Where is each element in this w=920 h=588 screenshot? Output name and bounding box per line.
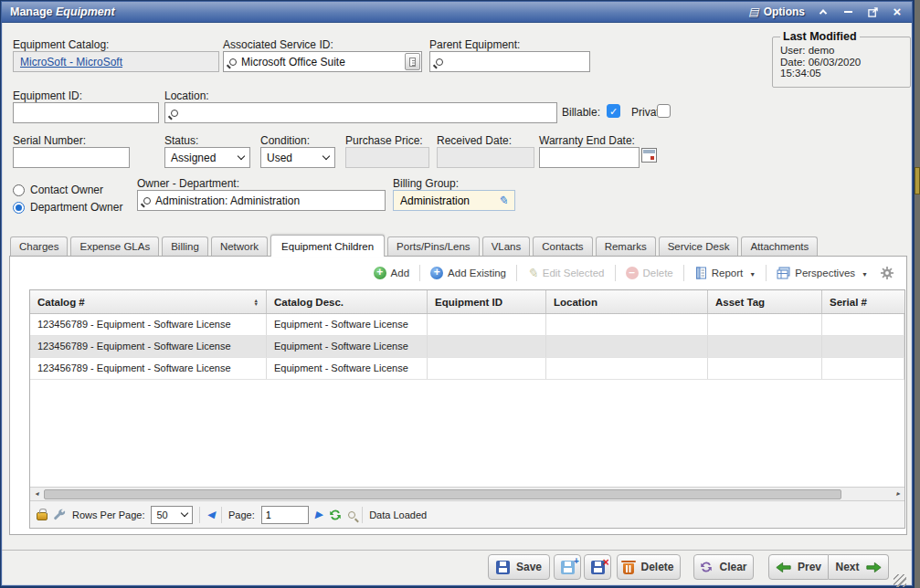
tab-vlans[interactable]: VLans: [482, 236, 531, 256]
refresh-icon[interactable]: [329, 509, 342, 521]
equipment-catalog-label: Equipment Catalog:: [13, 38, 109, 51]
service-details-button[interactable]: [405, 53, 420, 70]
clear-button[interactable]: Clear: [693, 554, 754, 580]
condition-label: Condition:: [260, 134, 310, 147]
tab-service-desk[interactable]: Service Desk: [659, 236, 739, 256]
search-icon: [436, 58, 443, 66]
column-header-catalog-desc[interactable]: Catalog Desc.: [267, 290, 428, 313]
edit-pencil-icon[interactable]: [498, 194, 508, 207]
chevron-up-icon: [820, 9, 827, 16]
scrollbar-thumb[interactable]: [44, 489, 841, 499]
owner-department-field[interactable]: Administration: Administration: [137, 190, 386, 211]
department-owner-radio[interactable]: Department Owner: [13, 201, 122, 214]
warranty-end-date-label: Warranty End Date:: [539, 134, 635, 147]
location-field[interactable]: [164, 102, 557, 123]
sort-icon[interactable]: [254, 299, 259, 307]
status-label: Status:: [164, 134, 198, 147]
condition-dropdown[interactable]: Used: [260, 147, 335, 168]
cell-catalog-desc: Equipment - Software License: [267, 336, 428, 357]
tab-contacts[interactable]: Contacts: [533, 236, 592, 256]
tab-billing[interactable]: Billing: [162, 236, 208, 256]
chevron-down-icon: [860, 268, 868, 278]
column-header-asset-tag[interactable]: Asset Tag: [708, 290, 822, 313]
arrow-right-icon: [866, 562, 882, 573]
delete-button[interactable]: Delete: [617, 554, 681, 580]
tab-charges[interactable]: Charges: [10, 236, 68, 256]
collapse-button[interactable]: [817, 5, 830, 18]
tab-network[interactable]: Network: [211, 236, 268, 256]
page-number-input[interactable]: [261, 506, 309, 524]
associated-service-id-field[interactable]: Microsoft Office Suite: [223, 51, 422, 72]
report-button[interactable]: Report: [689, 264, 761, 282]
perspectives-button[interactable]: Perspectives: [771, 264, 873, 282]
save-icon: [496, 561, 510, 574]
purchase-price-input: [345, 147, 429, 168]
calendar-icon[interactable]: [641, 148, 657, 163]
serial-number-label: Serial Number:: [13, 134, 86, 147]
billable-checkbox[interactable]: [607, 104, 620, 118]
add-label: Add: [391, 268, 409, 278]
search-icon: [229, 58, 237, 66]
location-label: Location:: [164, 89, 209, 102]
save-button[interactable]: Save: [488, 554, 550, 580]
tab-attachments[interactable]: Attachments: [741, 236, 818, 256]
chevron-down-icon: [747, 268, 756, 278]
table-row[interactable]: 123456789 - Equipment - Software License…: [30, 336, 904, 358]
add-button[interactable]: Add: [368, 264, 415, 282]
last-modified-title: Last Modified: [780, 30, 860, 43]
resize-grip[interactable]: [894, 574, 906, 587]
contact-owner-radio[interactable]: Contact Owner: [13, 184, 103, 196]
options-button[interactable]: Options: [748, 5, 805, 18]
billing-group-label: Billing Group:: [393, 177, 459, 190]
close-button[interactable]: [891, 5, 904, 18]
prev-button[interactable]: Prev: [768, 554, 829, 580]
grid-pagination-bar: Rows Per Page: 50 Page:: [30, 500, 904, 528]
last-modified-panel: Last Modified User: demo Date: 06/03/202…: [772, 30, 911, 88]
next-page-icon[interactable]: [315, 509, 323, 520]
tab-ports-pins-lens[interactable]: Ports/Pins/Lens: [387, 236, 480, 256]
billable-label: Billable:: [562, 106, 600, 119]
add-existing-button[interactable]: Add Existing: [425, 264, 512, 282]
column-header-catalog[interactable]: Catalog #: [30, 290, 267, 313]
prev-page-icon[interactable]: [206, 509, 214, 520]
column-header-equipment-id[interactable]: Equipment ID: [428, 290, 546, 313]
private-checkbox[interactable]: [657, 104, 671, 118]
warranty-end-date-input[interactable]: [539, 147, 640, 168]
contact-owner-label: Contact Owner: [30, 184, 103, 196]
tab-remarks[interactable]: Remarks: [596, 236, 656, 256]
equipment-id-input[interactable]: [13, 102, 159, 123]
save-and-new-button[interactable]: [554, 554, 581, 580]
add-existing-icon: [430, 267, 443, 279]
popout-button[interactable]: [866, 5, 879, 18]
equipment-catalog-field: MicroSoft - MicroSoft: [13, 51, 219, 72]
prev-next-group: Prev Next: [768, 554, 889, 580]
status-dropdown[interactable]: Assigned: [164, 147, 250, 168]
screen: Manage Equipment Options Equipment Catal…: [0, 0, 920, 588]
minimize-button[interactable]: [841, 5, 854, 18]
horizontal-scrollbar[interactable]: [30, 487, 904, 500]
window-titlebar: Manage Equipment Options: [2, 2, 912, 23]
scroll-right-icon[interactable]: [892, 488, 904, 500]
scroll-left-icon[interactable]: [30, 488, 43, 500]
search-grid-icon[interactable]: [348, 511, 355, 519]
tab-equipment-children[interactable]: Equipment Children: [270, 235, 385, 257]
serial-number-input[interactable]: [13, 147, 130, 168]
column-header-location[interactable]: Location: [546, 290, 708, 313]
next-button[interactable]: Next: [829, 554, 889, 580]
scrollbar-track[interactable]: [43, 488, 892, 500]
search-icon: [143, 197, 151, 205]
parent-equipment-field[interactable]: [429, 51, 590, 72]
rows-per-page-select[interactable]: 50: [151, 506, 193, 524]
table-row[interactable]: 123456789 - Equipment - Software License…: [30, 314, 904, 336]
column-header-serial[interactable]: Serial #: [822, 290, 904, 313]
lock-icon[interactable]: [37, 512, 48, 520]
wrench-icon[interactable]: [54, 509, 66, 520]
save-and-close-button[interactable]: [584, 554, 611, 580]
options-icon: [748, 5, 758, 18]
table-row[interactable]: 123456789 - Equipment - Software License…: [30, 358, 904, 380]
equipment-catalog-link[interactable]: MicroSoft - MicroSoft: [20, 56, 122, 68]
save-new-icon: [561, 561, 575, 574]
tab-expense-glas[interactable]: Expense GLAs: [70, 236, 159, 256]
trash-icon: [623, 563, 634, 574]
grid-settings-button[interactable]: [875, 264, 899, 282]
